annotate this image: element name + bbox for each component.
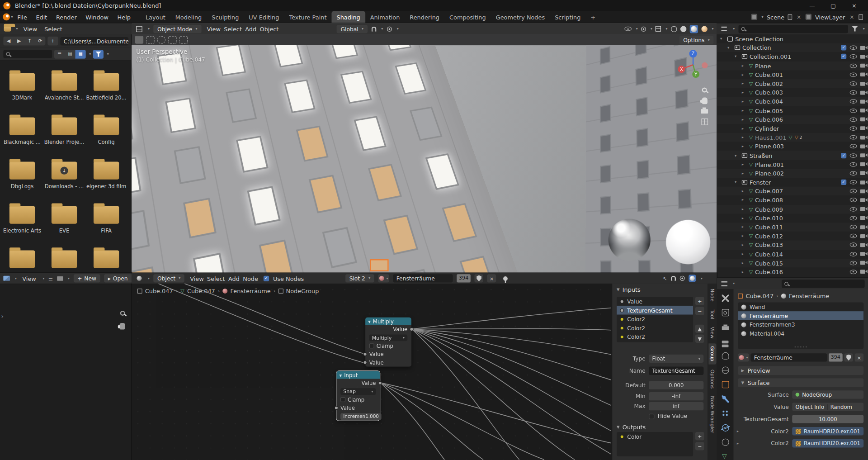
outliner-row[interactable]: ▸▽Cube.003	[717, 88, 868, 97]
folder-item[interactable]	[1, 248, 43, 273]
snap-magnet-icon[interactable]	[671, 276, 676, 281]
tweak-tool-icon[interactable]	[135, 36, 143, 44]
close-button[interactable]: ×	[844, 0, 865, 11]
visibility-eye-icon[interactable]	[850, 144, 857, 149]
expand-arrow-icon[interactable]: ▸	[742, 216, 747, 220]
render-visibility-icon[interactable]	[860, 118, 865, 122]
visibility-eye-icon[interactable]	[850, 100, 857, 104]
outliner-row[interactable]: ▾Fenster✓	[717, 178, 868, 187]
workspace-tab-rendering[interactable]: Rendering	[405, 11, 444, 23]
breadcrumb-material[interactable]: Fensterräume	[789, 293, 829, 299]
workspace-tab-layout[interactable]: Layout	[141, 11, 170, 23]
material-slot[interactable]: Material.004	[738, 329, 863, 338]
file-search-input[interactable]	[3, 50, 52, 58]
expand-arrow-icon[interactable]: ▸	[742, 144, 747, 149]
surface-shader-field[interactable]: NodeGroup	[792, 390, 863, 398]
workspace-tab-shading[interactable]: Shading	[331, 11, 365, 23]
visibility-eye-icon[interactable]	[850, 162, 857, 166]
breadcrumb-object[interactable]: Cube.047	[745, 293, 774, 299]
shading-solid-button[interactable]	[680, 26, 686, 32]
material-name-field[interactable]: Fensterräume	[393, 274, 453, 282]
properties-tab-render[interactable]	[717, 308, 734, 318]
image-value-field[interactable]: RaumHDRI20.exr.001	[792, 427, 863, 435]
workspace-tab-modeling[interactable]: Modeling	[170, 11, 207, 23]
surface-panel-header[interactable]: ▼Surface	[738, 378, 863, 387]
viewport-menu-select[interactable]: Select	[222, 25, 244, 32]
visibility-eye-icon[interactable]	[850, 198, 857, 203]
outliner-row[interactable]: ▸▽Cube.001	[717, 70, 868, 79]
expand-arrow-icon[interactable]: ▾	[720, 37, 725, 41]
render-visibility-icon[interactable]	[860, 46, 865, 50]
render-visibility-icon[interactable]	[860, 180, 865, 185]
sidebar-tab-node-wrangler[interactable]: Node Wrangler	[708, 394, 716, 436]
collapse-arrow-icon[interactable]: ▼	[617, 288, 620, 292]
overlays-icon[interactable]	[679, 276, 684, 281]
expand-arrow-icon[interactable]: ▾	[735, 180, 740, 185]
visibility-dropdown[interactable]: ▾	[636, 27, 638, 31]
pin-icon[interactable]	[503, 276, 508, 280]
value-source-field[interactable]: Object InfoRandom	[792, 403, 863, 411]
expand-arrow-icon[interactable]: ▸	[742, 90, 747, 95]
node-graph-canvas[interactable]: Cube.047›Cube.047›Fensterräume›NodeGroup…	[132, 284, 612, 460]
render-visibility-icon[interactable]	[860, 252, 865, 256]
material-users-count[interactable]: 394	[457, 274, 471, 282]
visibility-eye-icon[interactable]	[850, 216, 857, 220]
maximize-button[interactable]: ▢	[823, 0, 844, 11]
remove-viewlayer-button[interactable]: ×	[849, 14, 855, 20]
outliner-row[interactable]: ▸▽Plane.003	[717, 142, 868, 151]
max-value-field[interactable]: inf	[649, 402, 703, 410]
collection-checkbox[interactable]: ✓	[841, 152, 846, 158]
expand-arrow-icon[interactable]: ▸	[742, 171, 747, 175]
folder-item[interactable]: ↓Downloads - ...	[43, 160, 85, 204]
folder-item[interactable]: FIFA	[85, 204, 127, 248]
outliner-row[interactable]: ▸▽Cube.012	[717, 232, 868, 241]
expand-arrow-icon[interactable]: ▸	[742, 117, 747, 122]
expand-arrow-icon[interactable]: ▸	[742, 109, 747, 113]
filter-settings-dropdown[interactable]: ▾	[107, 52, 109, 56]
proportional-editing-icon[interactable]	[387, 26, 392, 31]
clamp-checkbox[interactable]	[340, 397, 345, 402]
folder-item[interactable]: Config	[85, 115, 127, 160]
render-visibility-icon[interactable]	[860, 82, 865, 86]
socket-list-item[interactable]: Color2	[617, 315, 693, 324]
outliner-row[interactable]: ▸▽Cube.015	[717, 258, 868, 267]
sidebar-tab-options[interactable]: Options	[708, 366, 716, 391]
collection-checkbox[interactable]: ✓	[841, 54, 846, 59]
material-slot[interactable]: Fensterrahmen3	[738, 320, 863, 329]
view-list-vertical-button[interactable]: ☰	[54, 50, 65, 59]
browse-image-icon[interactable]	[57, 275, 63, 282]
visibility-eye-icon[interactable]	[850, 261, 857, 265]
visibility-eye-icon[interactable]	[850, 207, 857, 212]
folder-item[interactable]: Blender Proje...	[43, 115, 85, 160]
expand-arrow-icon[interactable]: ▸	[742, 72, 747, 77]
shading-material-button[interactable]	[689, 24, 698, 33]
node-header[interactable]: ▼Multiply	[365, 318, 411, 325]
visibility-eye-icon[interactable]	[850, 90, 857, 95]
pan-hand-icon[interactable]	[702, 98, 707, 104]
transform-tool-icon[interactable]	[179, 36, 188, 44]
fake-user-shield-button[interactable]	[844, 353, 853, 361]
shading-wireframe-button[interactable]	[671, 26, 677, 32]
viewport-3d-scene[interactable]: User Perspective (1) Collection | Cube.0…	[132, 45, 717, 273]
new-scene-icon[interactable]	[788, 14, 792, 19]
browse-material-button[interactable]: ▾	[378, 274, 389, 282]
input-socket[interactable]	[363, 352, 367, 356]
folder-item[interactable]: eigener 3d film	[85, 160, 127, 204]
folder-item[interactable]: Blackmagic ...	[1, 115, 43, 160]
remove-output-button[interactable]: −	[695, 442, 704, 450]
workspace-tab-sculpting[interactable]: Sculpting	[207, 11, 244, 23]
folder-item[interactable]: Electronic Arts	[1, 204, 43, 248]
breadcrumb-item[interactable]: NodeGroup	[286, 288, 319, 294]
folder-item[interactable]: DbgLogs	[1, 160, 43, 204]
add-output-button[interactable]: +	[695, 432, 704, 440]
render-visibility-icon[interactable]	[860, 153, 865, 157]
hamburger-icon[interactable]: ☰	[48, 275, 53, 281]
orientation-dropdown[interactable]: Global▾	[337, 24, 368, 33]
collapse-arrow-icon[interactable]: ▼	[617, 425, 620, 429]
shader-menu-select[interactable]: Select	[205, 275, 226, 282]
render-visibility-icon[interactable]	[860, 190, 865, 194]
material-name-field[interactable]: Fensterräume	[750, 353, 827, 361]
overlays-dropdown[interactable]: ▾	[665, 27, 667, 31]
collection-checkbox[interactable]: ✓	[841, 180, 846, 185]
render-visibility-icon[interactable]	[860, 261, 865, 265]
